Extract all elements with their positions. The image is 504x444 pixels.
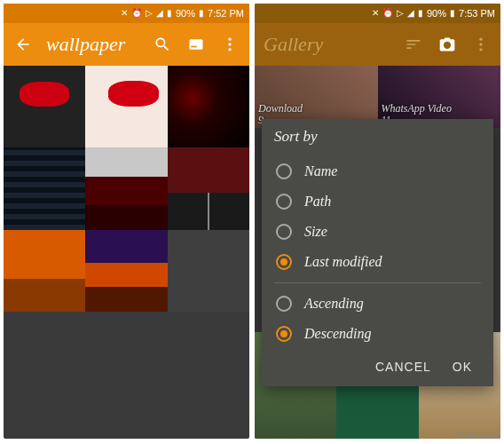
more-vert-icon (472, 36, 490, 53)
radio-option[interactable]: Name (274, 156, 481, 186)
radio-option[interactable]: Last modified (274, 247, 481, 277)
dialog-actions: CANCEL OK (274, 349, 481, 383)
play-icon: ▷ (397, 9, 404, 18)
page-title: wallpaper (46, 33, 139, 56)
card-icon (187, 36, 205, 53)
wifi-icon: ◢ (407, 9, 414, 18)
signal-icon: ▮ (167, 9, 172, 18)
play-icon: ▷ (146, 9, 153, 18)
overflow-button[interactable] (470, 34, 492, 55)
back-button[interactable] (12, 34, 34, 55)
radio-option[interactable]: Path (274, 186, 481, 217)
wifi-icon: ◢ (156, 9, 163, 18)
radio-label: Size (304, 224, 327, 240)
app-bar: Gallery (255, 23, 500, 66)
camera-icon (438, 36, 456, 53)
clock-text: 7:52 PM (208, 8, 244, 19)
alarm-icon: ⏰ (131, 9, 142, 18)
svg-point-4 (228, 48, 231, 51)
battery-text: 90% (427, 8, 446, 19)
sort-dialog: Sort by NamePathSizeLast modified Ascend… (262, 119, 493, 386)
radio-icon (276, 224, 292, 240)
gallery-screen: ✕ ⏰ ▷ ◢ ▮ 90% ▮ 7:53 PM Gallery Download… (255, 4, 500, 439)
clock-text: 7:53 PM (459, 8, 495, 19)
thumbnail[interactable] (168, 66, 249, 147)
radio-icon (276, 326, 292, 342)
view-toggle-button[interactable] (185, 34, 207, 55)
search-icon (154, 36, 171, 53)
battery-text: 90% (176, 8, 195, 19)
notif-icon: ✕ (121, 9, 128, 18)
camera-button[interactable] (437, 34, 458, 55)
thumbnail[interactable] (85, 230, 167, 312)
app-bar: wallpaper (4, 23, 249, 66)
radio-option[interactable]: Size (274, 217, 481, 247)
overflow-button[interactable] (219, 34, 240, 55)
radio-label: Last modified (304, 254, 382, 270)
status-bar: ✕ ⏰ ▷ ◢ ▮ 90% ▮ 7:52 PM (4, 4, 249, 23)
thumbnail[interactable] (85, 147, 167, 229)
page-title: Gallery (264, 33, 390, 56)
notif-icon: ✕ (372, 9, 379, 18)
battery-icon: ▮ (450, 9, 455, 18)
alarm-icon: ⏰ (382, 9, 393, 18)
radio-label: Name (304, 163, 337, 179)
sort-icon (405, 36, 422, 53)
thumbnail-grid (4, 66, 249, 312)
thumbnail[interactable] (4, 66, 85, 147)
divider (274, 282, 481, 283)
svg-point-2 (228, 38, 231, 41)
radio-icon (276, 163, 292, 179)
radio-label: Descending (304, 326, 372, 342)
dialog-title: Sort by (274, 128, 481, 146)
svg-rect-1 (191, 46, 197, 48)
more-vert-icon (221, 36, 239, 53)
svg-rect-0 (190, 39, 203, 50)
empty-cell (168, 230, 249, 312)
watermark: wsxdn.com (456, 431, 500, 440)
thumbnail[interactable] (4, 230, 85, 312)
thumbnail[interactable] (85, 66, 167, 147)
radio-icon (276, 194, 292, 210)
svg-point-6 (479, 43, 482, 45)
search-button[interactable] (152, 34, 173, 55)
sort-button[interactable] (403, 34, 424, 55)
radio-icon (276, 254, 292, 270)
wallpaper-screen: ✕ ⏰ ▷ ◢ ▮ 90% ▮ 7:52 PM wallpaper (4, 4, 249, 439)
battery-icon: ▮ (199, 9, 204, 18)
radio-label: Ascending (304, 296, 364, 312)
radio-icon (276, 296, 292, 312)
radio-option[interactable]: Ascending (274, 289, 481, 319)
svg-point-5 (479, 38, 482, 41)
thumbnail[interactable] (4, 147, 85, 229)
status-bar: ✕ ⏰ ▷ ◢ ▮ 90% ▮ 7:53 PM (255, 4, 500, 23)
ok-button[interactable]: OK (453, 360, 472, 374)
svg-point-7 (479, 48, 482, 51)
radio-option[interactable]: Descending (274, 319, 481, 349)
svg-point-3 (228, 43, 231, 45)
radio-label: Path (304, 194, 331, 210)
cancel-button[interactable]: CANCEL (375, 360, 431, 374)
thumbnail[interactable] (168, 147, 249, 229)
signal-icon: ▮ (418, 9, 423, 18)
back-arrow-icon (14, 36, 32, 53)
